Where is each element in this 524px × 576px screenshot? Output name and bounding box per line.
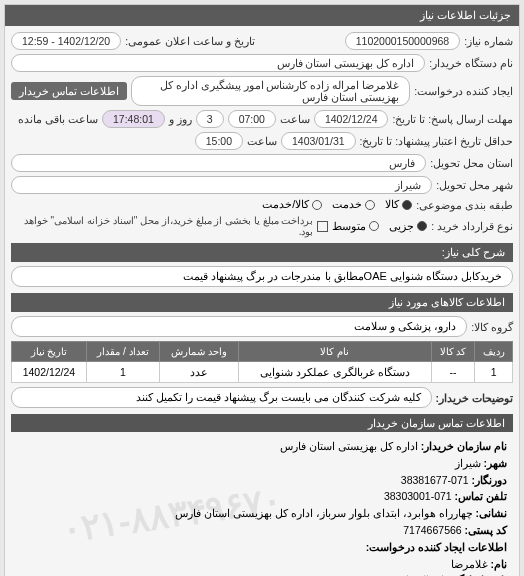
creator-section: اطلاعات ایجاد کننده درخواست: [17, 539, 507, 556]
tel-label: تلفن تماس: [455, 490, 507, 502]
row-buyer-note: توضیحات خریدار: کلیه شرکت کنندگان می بای… [11, 387, 513, 408]
cell-code: -- [431, 362, 474, 383]
announce-label: تاریخ و ساعت اعلان عمومی: [125, 35, 255, 47]
city-value: شیراز [11, 176, 432, 194]
deadline-time-label: ساعت [280, 113, 310, 125]
panel-body: شماره نیاز: 1102000150000968 تاریخ و ساع… [5, 26, 519, 576]
contract-radios: جزیی متوسط [332, 220, 427, 233]
treasury-note: برداخت مبلغ یا بخشی از مبلغ خرید،از محل … [11, 215, 313, 237]
th-name: نام کالا [238, 342, 431, 362]
panel-title: جزئیات اطلاعات نیاز [5, 5, 519, 26]
goods-group-value: دارو، پزشکی و سلامت [11, 316, 467, 337]
announce-value: 1402/12/20 - 12:59 [11, 32, 121, 50]
radio-dot-icon [365, 200, 375, 210]
deadline-days-label: روز و [169, 113, 192, 125]
table-row[interactable]: 1 -- دستگاه غربالگری عملکرد شنوایی عدد 1… [12, 362, 513, 383]
cell-row: 1 [475, 362, 513, 383]
post-label: کد پستی: [465, 524, 507, 536]
th-qty: تعداد / مقدار [86, 342, 159, 362]
cell-qty: 1 [86, 362, 159, 383]
addr-value: چهارراه هوابرد، ابتدای بلوار سرباز، ادار… [175, 507, 472, 519]
desc-label: شرح کلی نیاز: [442, 246, 505, 258]
deadline-days: 3 [196, 110, 224, 128]
validity-time: 15:00 [195, 132, 243, 150]
buyer-value: اداره کل بهزیستی استان فارس [11, 54, 425, 72]
radio-goods[interactable]: کالا [385, 198, 412, 211]
buyer-contact-button[interactable]: اطلاعات تماس خریدار [11, 82, 127, 100]
category-radios: کالا خدمت کالا/خدمت [262, 198, 412, 211]
radio-service[interactable]: خدمت [332, 198, 375, 211]
radio-dot-icon [312, 200, 322, 210]
radio-service-label: خدمت [332, 198, 362, 211]
deadline-label: مهلت ارسال پاسخ: تا تاریخ: [392, 113, 513, 125]
row-req-no: شماره نیاز: 1102000150000968 تاریخ و ساع… [11, 32, 513, 50]
validity-date: 1403/01/31 [281, 132, 356, 150]
row-goods-group: گروه کالا: دارو، پزشکی و سلامت [11, 316, 513, 337]
need-desc-header: شرح کلی نیاز: [11, 243, 513, 262]
row-city: شهر محل تحویل: شیراز [11, 176, 513, 194]
row-validity: حداقل تاریخ اعتبار پیشنهاد: تا تاریخ: 14… [11, 132, 513, 150]
row-buyer: نام دستگاه خریدار: اداره کل بهزیستی استا… [11, 54, 513, 72]
th-code: کد کالا [431, 342, 474, 362]
radio-dot-icon [369, 221, 379, 231]
ccity-value: شیراز [455, 457, 481, 469]
deadline-time: 07:00 [228, 110, 276, 128]
remaining-label: ساعت باقی مانده [18, 113, 98, 125]
remaining-value: 17:48:01 [102, 110, 165, 128]
th-date: تاریخ نیاز [12, 342, 87, 362]
cell-name: دستگاه غربالگری عملکرد شنوایی [238, 362, 431, 383]
desc-value: خریدکابل دستگاه شنوایی OAEمطابق با مندرج… [11, 266, 513, 287]
radio-goods-label: کالا [385, 198, 399, 211]
radio-medium[interactable]: متوسط [332, 220, 379, 233]
row-creator: ایجاد کننده درخواست: غلامرضا امراله زاده… [11, 76, 513, 106]
radio-both[interactable]: کالا/خدمت [262, 198, 322, 211]
row-category: طبقه بندی موضوعی: کالا خدمت کالا/خدمت [11, 198, 513, 211]
province-label: استان محل تحویل: [430, 157, 513, 169]
cell-unit: عدد [160, 362, 239, 383]
cell-date: 1402/12/24 [12, 362, 87, 383]
row-contract-type: نوع قرارداد خرید : جزیی متوسط برداخت مبل… [11, 215, 513, 237]
contact-section-header: اطلاعات تماس سازمان خریدار [11, 414, 513, 432]
th-row: ردیف [475, 342, 513, 362]
table-header-row: ردیف کد کالا نام کالا واحد شمارش تعداد /… [12, 342, 513, 362]
contract-label: نوع قرارداد خرید : [431, 220, 513, 232]
goods-group-label: گروه کالا: [471, 321, 513, 333]
ccity-label: شهر: [484, 457, 508, 469]
details-panel: جزئیات اطلاعات نیاز شماره نیاز: 11020001… [4, 4, 520, 576]
treasury-checkbox[interactable] [317, 221, 328, 232]
goods-section-header: اطلاعات کالاهای مورد نیاز [11, 293, 513, 312]
post-value: 7174667566 [403, 524, 461, 536]
cname-label: نام: [491, 558, 508, 570]
org-value: اداره کل بهزیستی استان فارس [280, 440, 418, 452]
contact-block: ۰۲۱-۸۸۳۴۹۶۷۰ نام سازمان خریدار: اداره کل… [11, 432, 513, 576]
validity-label: حداقل تاریخ اعتبار پیشنهاد: تا تاریخ: [360, 135, 513, 147]
cname-value: غلامرضا [451, 558, 488, 570]
req-no-value: 1102000150000968 [345, 32, 460, 50]
buyer-note-value: کلیه شرکت کنندگان می بایست برگ پیشنهاد ق… [11, 387, 432, 408]
req-no-label: شماره نیاز: [464, 35, 513, 47]
creator-label: ایجاد کننده درخواست: [414, 85, 513, 97]
th-unit: واحد شمارش [160, 342, 239, 362]
city-label: شهر محل تحویل: [436, 179, 513, 191]
radio-minor[interactable]: جزیی [389, 220, 427, 233]
province-value: فارس [11, 154, 426, 172]
fax-label: دورنگار: [472, 474, 508, 486]
deadline-date: 1402/12/24 [314, 110, 389, 128]
buyer-note-label: توضیحات خریدار: [436, 392, 513, 404]
row-province: استان محل تحویل: فارس [11, 154, 513, 172]
radio-dot-icon [417, 221, 427, 231]
category-label: طبقه بندی موضوعی: [416, 199, 513, 211]
creator-value: غلامرضا امراله زاده کارشناس امور پیشگیری… [131, 76, 410, 106]
buyer-label: نام دستگاه خریدار: [429, 57, 513, 69]
tel-value: 071-38303001 [384, 490, 452, 502]
radio-dot-icon [402, 200, 412, 210]
goods-table: ردیف کد کالا نام کالا واحد شمارش تعداد /… [11, 341, 513, 383]
radio-minor-label: جزیی [389, 220, 414, 233]
org-label: نام سازمان خریدار: [421, 440, 507, 452]
addr-label: نشانی: [476, 507, 508, 519]
row-desc: خریدکابل دستگاه شنوایی OAEمطابق با مندرج… [11, 266, 513, 287]
radio-both-label: کالا/خدمت [262, 198, 309, 211]
fax-value: 071-38381677 [401, 474, 469, 486]
row-deadline: مهلت ارسال پاسخ: تا تاریخ: 1402/12/24 سا… [11, 110, 513, 128]
validity-time-label: ساعت [247, 135, 277, 147]
